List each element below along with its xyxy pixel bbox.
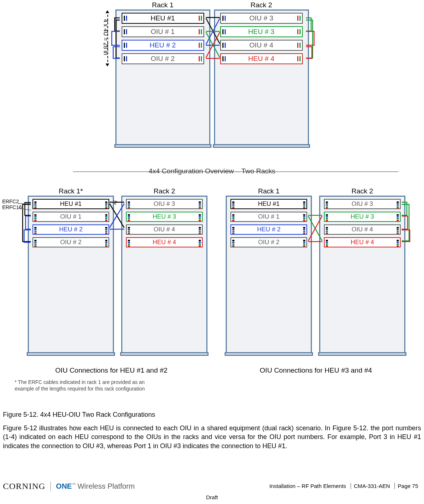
platform-rest: Wireless Platform xyxy=(76,482,135,490)
page-footer: CORNING ONE™ Wireless Platform Installat… xyxy=(3,481,421,498)
erfc-label-a: ERFC2 xyxy=(2,199,19,204)
figure-top-overview: 4 x 4U = 28 in Rack 1 HEU #1OIU # 1HEU #… xyxy=(93,0,331,161)
footer-draft: Draft xyxy=(206,494,218,500)
rack-unit: OIU # 2 xyxy=(33,237,109,247)
rack-2-heu12-title: Rack 2 xyxy=(122,187,206,195)
rack-unit: HEU #1 xyxy=(33,199,109,209)
rack-unit: HEU # 2 xyxy=(230,224,307,235)
dimension-label: 4 x 4U = 28 in xyxy=(102,19,109,55)
rack-1-top: Rack 1 HEU #1OIU # 1HEU # 2OIU # 2 xyxy=(115,9,210,146)
rack-1-heu12: Rack 1* HEU #1OIU # 1HEU # 2OIU # 2 xyxy=(28,196,114,354)
rack-2-heu34-title: Rack 2 xyxy=(320,187,404,195)
figure-heu34: Rack 1 HEU #1OIU # 1HEU # 2OIU # 2 Rack … xyxy=(219,182,413,387)
rack-unit: OIU # 2 xyxy=(122,53,204,64)
body-paragraph: Figure 5-12 illustrates how each HEU is … xyxy=(3,424,421,450)
rack-unit: OIU # 4 xyxy=(220,40,303,51)
rack-unit: HEU # 4 xyxy=(126,237,203,247)
rack-unit: HEU # 3 xyxy=(126,212,203,222)
rack-unit: HEU #1 xyxy=(122,13,204,24)
rack-2-top: Rack 2 OIU # 3HEU # 3OIU # 4HEU # 4 xyxy=(214,9,309,146)
rack-2-heu34: Rack 2 OIU # 3HEU # 3OIU # 4HEU # 4 xyxy=(319,196,405,354)
rack-unit: OIU # 1 xyxy=(33,212,109,222)
rack-unit: HEU # 4 xyxy=(324,237,401,247)
rack-unit: HEU # 3 xyxy=(220,26,303,37)
rack-unit: OIU # 4 xyxy=(324,224,401,235)
rack-unit: HEU # 2 xyxy=(33,224,109,235)
rack-2-heu12: Rack 2 OIU # 3HEU # 3OIU # 4HEU # 4 xyxy=(121,196,207,354)
rack-unit: OIU # 3 xyxy=(324,199,401,209)
platform-accent: ONE xyxy=(56,482,72,490)
divider-line xyxy=(73,172,398,172)
platform-tm: ™ xyxy=(72,482,76,486)
rack-1-heu34: Rack 1 HEU #1OIU # 1HEU # 2OIU # 2 xyxy=(226,196,312,354)
platform-name: ONE™ Wireless Platform xyxy=(56,482,135,490)
rack-unit: OIU # 3 xyxy=(220,13,303,24)
heu12-caption: OIU Connections for HEU #1 and #2 xyxy=(15,366,208,374)
figure-heu12: ERFC2 ERFC16 ERFC2 Rack 1* HEU #1OIU # 1… xyxy=(15,182,208,387)
figure-title: Figure 5-12. 4x4 HEU-OIU Two Rack Config… xyxy=(3,411,421,419)
rack-unit: HEU # 4 xyxy=(220,53,303,64)
top-figure-caption: 4x4 Configuration Overview – Two Racks xyxy=(93,167,331,175)
brand-logo: CORNING xyxy=(3,481,45,491)
rack-1-top-title: Rack 1 xyxy=(116,1,209,9)
rack-unit: HEU #1 xyxy=(230,199,307,209)
footer-page: Page 75 xyxy=(394,483,421,489)
erfc-label-b: ERFC16 xyxy=(2,204,22,210)
rack-unit: OIU # 3 xyxy=(126,199,203,209)
erfc-footnote: * The ERFC cables indicated in rack 1 ar… xyxy=(15,379,150,392)
dimension-bracket: 4 x 4U = 28 in xyxy=(104,11,112,66)
rack-unit: OIU # 4 xyxy=(126,224,203,235)
heu34-caption: OIU Connections for HEU #3 and #4 xyxy=(219,366,413,374)
footer-section: Installation – RF Path Elements xyxy=(266,483,349,489)
rack-unit: HEU # 3 xyxy=(324,212,401,222)
rack-1-heu34-title: Rack 1 xyxy=(227,187,311,195)
rack-1-heu12-title: Rack 1* xyxy=(29,187,113,195)
rack-unit: OIU # 2 xyxy=(230,237,307,247)
rack-unit: HEU # 2 xyxy=(122,40,204,51)
rack-2-top-title: Rack 2 xyxy=(215,1,308,9)
footer-docnum: CMA-331-AEN xyxy=(351,483,393,489)
rack-unit: OIU # 1 xyxy=(230,212,307,222)
rack-unit: OIU # 1 xyxy=(122,26,204,37)
brand-separator xyxy=(50,482,51,491)
